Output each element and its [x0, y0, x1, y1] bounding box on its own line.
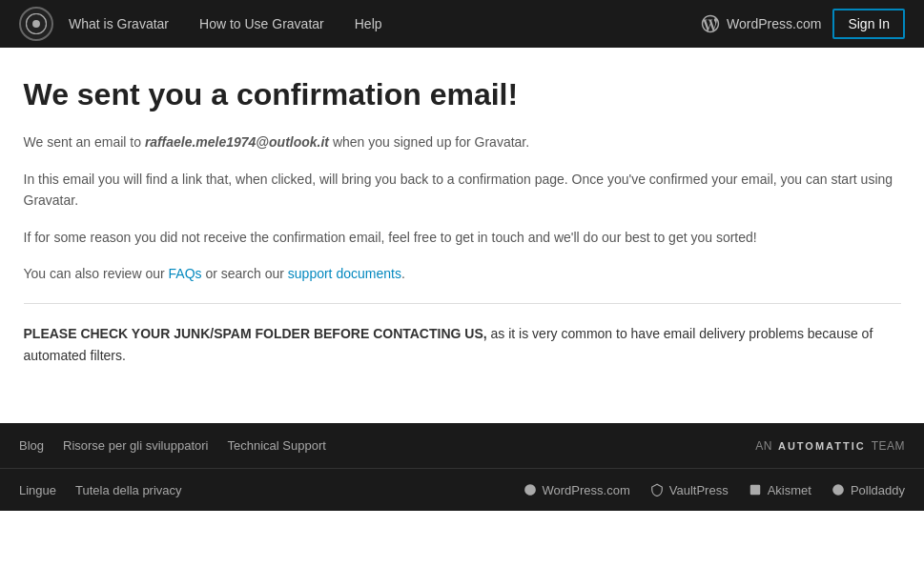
intro-paragraph: We sent an email to raffaele.mele1974@ou…: [24, 132, 901, 152]
svg-point-3: [832, 484, 844, 496]
nav-link-what-is-gravatar[interactable]: What is Gravatar: [53, 0, 184, 48]
footer: Blog Risorse per gli sviluppatori Techni…: [0, 423, 924, 511]
footer-service-vaultpress[interactable]: VaultPress: [649, 482, 729, 497]
footer-service-akismet[interactable]: Akismet: [748, 482, 811, 497]
footer-link-privacy[interactable]: Tutela della privacy: [75, 483, 182, 497]
footer-top-links: Blog Risorse per gli sviluppatori Techni…: [19, 438, 755, 453]
warning-paragraph: PLEASE check your junk/spam folder befor…: [24, 323, 901, 366]
body-paragraph-3: You can also review our FAQs or search o…: [24, 263, 901, 284]
footer-automattic: AN AUTOMATTIC TEAM: [755, 439, 905, 453]
body3-suffix: .: [401, 266, 405, 281]
akismet-service-icon: [748, 482, 763, 497]
automattic-prefix: AN: [755, 439, 772, 453]
svg-point-1: [32, 20, 40, 28]
nav-link-help[interactable]: Help: [339, 0, 398, 48]
intro-suffix: when you signed up for Gravatar.: [329, 134, 529, 150]
akismet-service-label: Akismet: [768, 483, 811, 497]
intro-prefix: We sent an email to: [24, 134, 145, 150]
divider: [24, 303, 901, 304]
automattic-name: AUTOMATTIC: [778, 440, 866, 452]
footer-link-dev-resources[interactable]: Risorse per gli sviluppatori: [63, 438, 208, 453]
footer-service-wordpress[interactable]: WordPress.com: [523, 482, 630, 497]
vaultpress-service-label: VaultPress: [669, 483, 729, 497]
signin-button[interactable]: Sign In: [832, 9, 905, 39]
automattic-suffix: TEAM: [872, 439, 905, 453]
footer-service-polldaddy[interactable]: Polldaddy: [831, 482, 905, 497]
body3-prefix: You can also review our: [24, 266, 169, 281]
polldaddy-service-label: Polldaddy: [851, 483, 905, 497]
page-title: We sent you a confirmation email!: [24, 76, 901, 112]
footer-link-blog[interactable]: Blog: [19, 438, 44, 453]
body-paragraph-1: In this email you will find a link that,…: [24, 169, 901, 212]
footer-bottom: Lingue Tutela della privacy WordPress.co…: [0, 469, 924, 511]
wordpress-service-label: WordPress.com: [543, 483, 630, 497]
main-nav: What is Gravatar How to Use Gravatar Hel…: [0, 0, 924, 48]
footer-link-technical-support[interactable]: Technical Support: [227, 438, 325, 453]
gravatar-logo: [19, 7, 53, 41]
nav-right: WordPress.com Sign In: [700, 9, 905, 39]
nav-link-how-to-use[interactable]: How to Use Gravatar: [184, 0, 339, 48]
footer-services: WordPress.com VaultPress Akismet Polldad…: [523, 482, 905, 497]
main-content: We sent you a confirmation email! We sen…: [5, 48, 920, 423]
email-address: raffaele.mele1974@outlook.it: [145, 134, 329, 150]
body-paragraph-2: If for some reason you did not receive t…: [24, 227, 901, 248]
footer-top: Blog Risorse per gli sviluppatori Techni…: [0, 423, 924, 469]
wordpress-nav-link[interactable]: WordPress.com: [700, 13, 821, 34]
faqs-link[interactable]: FAQs: [169, 266, 202, 281]
footer-bottom-left-links: Lingue Tutela della privacy: [19, 483, 523, 497]
polldaddy-service-icon: [831, 482, 846, 497]
nav-links: What is Gravatar How to Use Gravatar Hel…: [53, 0, 700, 48]
svg-rect-2: [749, 485, 760, 496]
footer-link-lingue[interactable]: Lingue: [19, 483, 56, 497]
support-documents-link[interactable]: support documents: [288, 266, 401, 281]
body3-middle: or search our: [202, 266, 288, 281]
wordpress-nav-label: WordPress.com: [727, 16, 821, 31]
warning-strong: PLEASE check your junk/spam folder befor…: [24, 326, 487, 341]
vaultpress-service-icon: [649, 482, 665, 497]
wordpress-service-icon: [523, 482, 538, 497]
